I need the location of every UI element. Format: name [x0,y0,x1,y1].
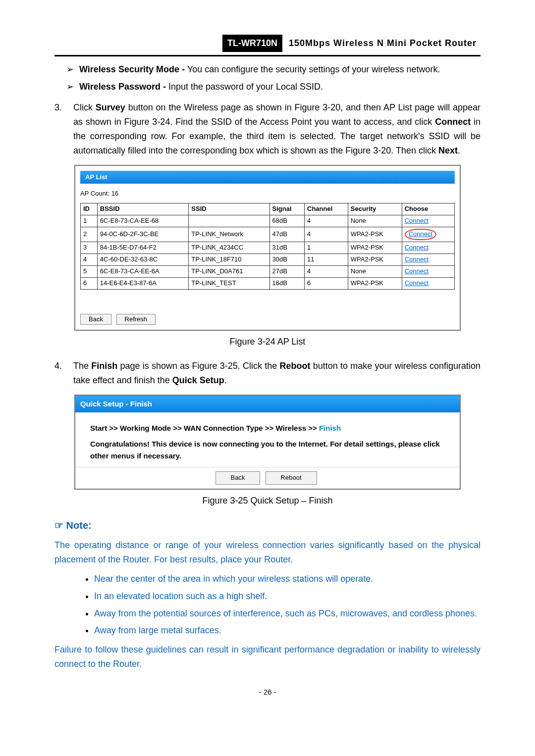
doc-header: TL-WR710N 150Mbps Wireless N Mini Pocket… [54,35,481,56]
note-bullet: Away from large metal surfaces. [94,623,481,638]
feature-sublist: Wireless Security Mode - You can configu… [54,62,481,94]
model-badge: TL-WR710N [222,35,282,52]
ap-count: AP Count: 16 [80,190,455,198]
finish-back-button[interactable]: Back [215,471,261,485]
col-security: Security [348,203,402,215]
table-row: 614-E6-E4-E3-87-6ATP-LINK_TEST16dB6WPA2-… [81,277,455,289]
bullet-wireless-password: Wireless Password - Input the password o… [79,80,481,94]
col-ssid: SSID [189,203,269,215]
table-row: 384-1B-5E-D7-64-F2TP-LINK_4234CC31dB1WPA… [81,242,455,254]
table-row: 294-0C-6D-2F-3C-BETP-LINK_Network47dB4WP… [81,227,455,242]
connect-link[interactable]: Connect [405,267,428,275]
figure-caption-ap: Figure 3-24 AP List [54,335,481,349]
note-bullet: Away from the potential sources of inter… [94,606,481,621]
ap-table: ID BSSID SSID Signal Channel Security Ch… [80,203,455,289]
connect-link[interactable]: Connect [405,255,428,263]
table-row: 56C-E8-73-CA-EE-6ATP-LINK_D0A76127dB4Non… [81,265,455,277]
connect-link[interactable]: Connect [405,244,428,251]
connect-link[interactable]: Connect [405,217,428,224]
table-row: 44C-60-DE-32-63-8CTP-LINK_18F71030dB11WP… [81,253,455,265]
breadcrumb: Start >> Working Mode >> WAN Connection … [90,422,445,434]
step-4: 4. The Finish page is shown as Figure 3-… [54,359,481,388]
note-bullet: In an elevated location such as a high s… [94,589,481,604]
ap-list-title: AP List [80,171,455,184]
figure-ap-list: AP List AP Count: 16 ID BSSID SSID Signa… [74,165,461,331]
back-button[interactable]: Back [80,314,111,325]
note-bullet-list: Near the center of the area in which you… [54,572,481,638]
col-signal: Signal [269,203,304,215]
note-heading: ☞ Note: [54,517,481,533]
col-bssid: BSSID [97,203,189,215]
col-channel: Channel [305,203,348,215]
doc-title: 150Mbps Wireless N Mini Pocket Router [285,35,481,52]
col-choose: Choose [402,203,454,215]
finish-message: Congratulations! This device is now conn… [90,438,445,462]
finish-reboot-button[interactable]: Reboot [266,471,317,485]
table-row: 16C-E8-73-CA-EE-6868dB4NoneConnect [81,215,455,227]
figure-caption-finish: Figure 3-25 Quick Setup – Finish [54,494,481,508]
note-bullet: Near the center of the area in which you… [94,572,481,586]
note-paragraph-1: The operating distance or range of your … [54,538,481,567]
refresh-button[interactable]: Refresh [116,314,156,325]
col-id: ID [81,203,98,215]
connect-link[interactable]: Connect [405,229,436,240]
connect-link[interactable]: Connect [405,279,428,287]
figure-finish: Quick Setup - Finish Start >> Working Mo… [74,395,461,490]
page-number: - 26 - [54,686,481,698]
note-paragraph-2: Failure to follow these guidelines can r… [54,643,481,671]
bullet-security-mode: Wireless Security Mode - You can configu… [79,62,481,77]
finish-title: Quick Setup - Finish [75,396,460,412]
step-3: 3. Click Survey button on the Wireless p… [54,101,481,157]
